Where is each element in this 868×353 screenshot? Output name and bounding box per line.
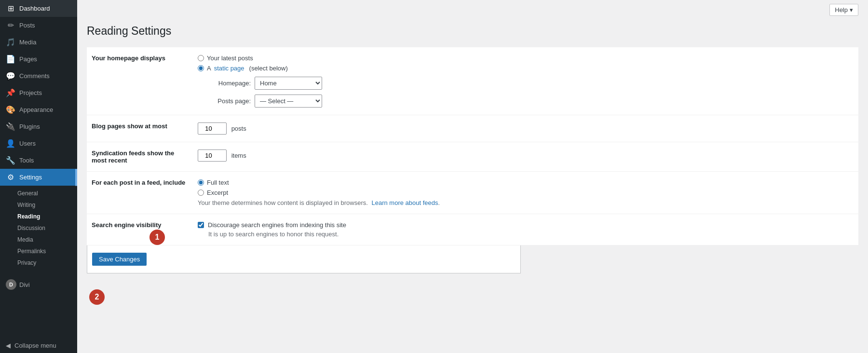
- syndication-suffix: items: [231, 152, 246, 159]
- settings-form: Your homepage displays Your latest posts…: [87, 47, 858, 245]
- posts-page-select[interactable]: — Select —: [255, 95, 322, 108]
- discourage-search-label: Discourage search engines from indexing …: [208, 221, 346, 229]
- collapse-menu[interactable]: ◀ Collapse menu: [0, 338, 77, 353]
- main-content: Help ▾ Reading Settings Your homepage di…: [77, 0, 868, 353]
- submenu-discussion[interactable]: Discussion: [0, 222, 77, 234]
- blog-pages-label: Blog pages show at most: [87, 115, 193, 142]
- submenu-media[interactable]: Media: [0, 234, 77, 245]
- media-icon: 🎵: [6, 38, 15, 47]
- discourage-search-option[interactable]: Discourage search engines from indexing …: [198, 221, 854, 229]
- feed-note-prefix: Your theme determines how content is dis…: [198, 199, 368, 206]
- submenu-reading[interactable]: Reading: [0, 211, 77, 222]
- search-visibility-label: Search engine visibility: [87, 214, 193, 245]
- learn-more-link[interactable]: Learn more about feeds: [372, 199, 438, 206]
- sidebar-label-users: Users: [19, 140, 36, 147]
- content-area: Reading Settings Your homepage displays …: [77, 20, 868, 283]
- sidebar-item-plugins[interactable]: 🔌 Plugins: [0, 118, 77, 135]
- dashboard-icon: ⊞: [6, 4, 15, 13]
- search-visibility-field: Discourage search engines from indexing …: [193, 214, 858, 245]
- submenu-privacy[interactable]: Privacy: [0, 257, 77, 269]
- full-text-option[interactable]: Full text: [198, 179, 854, 186]
- sidebar-label-pages: Pages: [19, 55, 37, 63]
- sidebar-item-media[interactable]: 🎵 Media: [0, 34, 77, 51]
- homepage-displays-label: Your homepage displays: [87, 47, 193, 115]
- collapse-icon: ◀: [6, 342, 11, 349]
- syndication-label: Syndication feeds show the most recent: [87, 142, 193, 172]
- search-visibility-row: Search engine visibility Discourage sear…: [87, 214, 858, 245]
- blog-pages-field: 10 posts: [193, 115, 858, 142]
- sidebar-label-posts: Posts: [19, 22, 35, 29]
- static-page-radio[interactable]: [198, 65, 204, 71]
- sidebar-label-dashboard: Dashboard: [19, 5, 50, 12]
- syndication-input[interactable]: 10: [198, 149, 227, 162]
- homepage-displays-field: Your latest posts A static page (select …: [193, 47, 858, 115]
- comments-icon: 💬: [6, 71, 15, 81]
- topbar: Help ▾: [77, 0, 868, 20]
- excerpt-radio[interactable]: [198, 190, 204, 196]
- submenu-permalinks[interactable]: Permalinks: [0, 245, 77, 257]
- feed-radio-group: Full text Excerpt: [198, 179, 854, 196]
- feed-note-suffix: .: [438, 199, 440, 206]
- sidebar-label-media: Media: [19, 39, 36, 46]
- sidebar-item-posts[interactable]: ✏ Posts: [0, 17, 77, 34]
- syndication-field: 10 items: [193, 142, 858, 172]
- homepage-radio-group: Your latest posts A static page (select …: [198, 54, 854, 72]
- posts-page-select-row: Posts page: — Select —: [207, 95, 854, 108]
- sidebar-item-projects[interactable]: 📌 Projects: [0, 84, 77, 101]
- sidebar-item-tools[interactable]: 🔧 Tools: [0, 152, 77, 169]
- help-arrow-icon: ▾: [850, 6, 853, 14]
- homepage-select[interactable]: Home: [255, 77, 322, 90]
- sidebar-item-comments[interactable]: 💬 Comments: [0, 68, 77, 84]
- sidebar-label-projects: Projects: [19, 89, 42, 96]
- feed-note: Your theme determines how content is dis…: [198, 199, 854, 206]
- excerpt-label: Excerpt: [207, 189, 228, 196]
- submenu-general[interactable]: General: [0, 188, 77, 199]
- blog-pages-row: Blog pages show at most 10 posts: [87, 115, 858, 142]
- projects-icon: 📌: [6, 88, 15, 97]
- settings-icon: ⚙: [6, 173, 15, 182]
- sidebar-item-appearance[interactable]: 🎨 Appearance: [0, 101, 77, 118]
- sidebar-label-plugins: Plugins: [19, 123, 40, 130]
- feed-include-field: Full text Excerpt Your theme determines …: [193, 172, 858, 214]
- sidebar-label-appearance: Appearance: [19, 106, 53, 113]
- discourage-search-checkbox[interactable]: [198, 222, 204, 228]
- submenu-writing[interactable]: Writing: [0, 199, 77, 211]
- latest-posts-radio[interactable]: [198, 55, 204, 61]
- blog-pages-suffix: posts: [231, 125, 246, 132]
- divi-icon: D: [6, 279, 15, 290]
- homepage-select-row: Homepage: Home: [207, 77, 854, 90]
- appearance-icon: 🎨: [6, 105, 15, 114]
- full-text-radio[interactable]: [198, 179, 204, 186]
- static-page-link[interactable]: static page: [214, 65, 244, 72]
- plugins-icon: 🔌: [6, 122, 15, 131]
- sidebar-label-divi: Divi: [19, 281, 30, 288]
- page-selects: Homepage: Home Posts page: — Select —: [198, 77, 854, 108]
- sidebar-item-users[interactable]: 👤 Users: [0, 135, 77, 152]
- settings-submenu: General Writing Reading Discussion Media…: [0, 186, 77, 271]
- blog-pages-input[interactable]: 10: [198, 122, 227, 135]
- sidebar-item-divi[interactable]: D Divi: [0, 275, 77, 294]
- excerpt-option[interactable]: Excerpt: [198, 189, 854, 196]
- pages-icon: 📄: [6, 54, 15, 64]
- static-page-option[interactable]: A static page (select below): [198, 65, 854, 72]
- static-suffix: (select below): [249, 65, 288, 72]
- homepage-displays-row: Your homepage displays Your latest posts…: [87, 47, 858, 115]
- sidebar-item-dashboard[interactable]: ⊞ Dashboard: [0, 0, 77, 17]
- sidebar-item-pages[interactable]: 📄 Pages: [0, 51, 77, 68]
- latest-posts-option[interactable]: Your latest posts: [198, 54, 854, 62]
- collapse-label: Collapse menu: [14, 342, 56, 349]
- feed-include-label: For each post in a feed, include: [87, 172, 193, 214]
- homepage-select-label: Homepage:: [207, 80, 251, 87]
- full-text-label: Full text: [207, 179, 229, 186]
- latest-posts-label: Your latest posts: [207, 54, 253, 62]
- feed-include-row: For each post in a feed, include Full te…: [87, 172, 858, 214]
- help-label: Help: [835, 6, 848, 14]
- page-title: Reading Settings: [87, 25, 858, 38]
- sidebar-label-comments: Comments: [19, 72, 50, 80]
- help-button[interactable]: Help ▾: [829, 4, 858, 16]
- sidebar-item-settings[interactable]: ⚙ Settings: [0, 169, 77, 186]
- static-prefix: A: [207, 65, 211, 72]
- sidebar: ⊞ Dashboard ✏ Posts 🎵 Media 📄 Pages 💬 Co…: [0, 0, 77, 353]
- save-changes-button[interactable]: Save Changes: [92, 253, 147, 266]
- syndication-row: Syndication feeds show the most recent 1…: [87, 142, 858, 172]
